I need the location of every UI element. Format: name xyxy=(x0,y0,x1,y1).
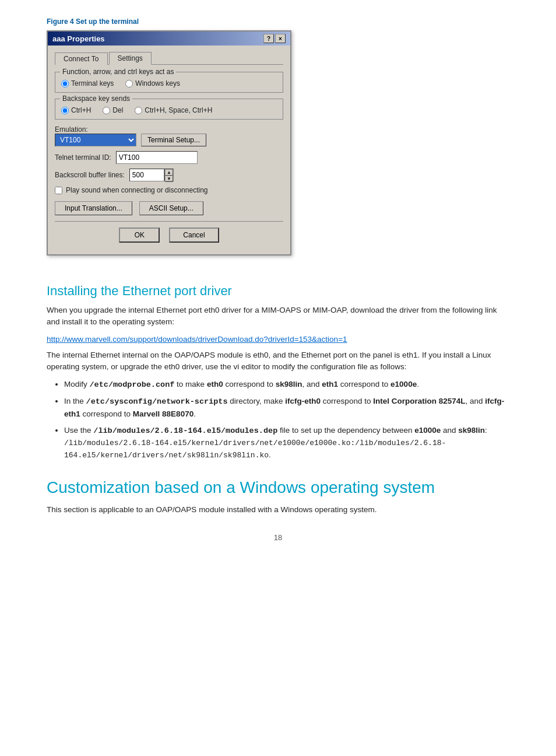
del-label: Del xyxy=(112,106,123,114)
ctrl-h-radio[interactable] xyxy=(61,107,69,114)
emulation-label: Emulation: xyxy=(55,125,283,134)
input-translation-button[interactable]: Input Translation... xyxy=(55,201,132,215)
function-keys-radio-row: Terminal keys Windows keys xyxy=(61,79,277,88)
section2-heading: Customization based on a Windows operati… xyxy=(47,478,509,497)
dialog-window: aaa Properties ? × Connect To Settings F… xyxy=(47,30,291,256)
ctrl-h-space-label: Ctrl+H, Space, Ctrl+H xyxy=(145,106,212,114)
cancel-button[interactable]: Cancel xyxy=(169,228,219,243)
help-button[interactable]: ? xyxy=(263,34,274,43)
terminal-keys-radio[interactable] xyxy=(61,80,69,88)
spinner-arrows: ▲ ▼ xyxy=(164,169,174,181)
backscroll-input[interactable] xyxy=(129,169,164,181)
windows-keys-radio[interactable] xyxy=(125,80,133,88)
titlebar-buttons: ? × xyxy=(263,34,286,43)
figure-caption: Figure 4 Set up the terminal xyxy=(47,18,509,26)
terminal-setup-button[interactable]: Terminal Setup... xyxy=(141,134,206,146)
bold-eth0: eth0 xyxy=(207,380,223,388)
dialog-body: Connect To Settings Function, arrow, and… xyxy=(48,46,290,254)
ctrl-h-label: Ctrl+H xyxy=(71,106,91,114)
close-button[interactable]: × xyxy=(275,34,286,43)
bold-eth1: eth1 xyxy=(322,380,338,388)
backscroll-label: Backscroll buffer lines: xyxy=(55,171,125,179)
ctrl-h-space-option[interactable]: Ctrl+H, Space, Ctrl+H xyxy=(135,106,212,114)
windows-keys-option[interactable]: Windows keys xyxy=(125,79,180,88)
telnet-id-input[interactable] xyxy=(116,151,198,164)
section1-para2: The internal Ethernet internal on the OA… xyxy=(47,349,509,373)
code-sysconfig: /etc/sysconfig/network-scripts xyxy=(86,397,228,406)
spinner-down-button[interactable]: ▼ xyxy=(165,176,173,182)
bold-ifcfg-eth0: ifcfg-eth0 xyxy=(285,397,321,405)
function-keys-group: Function, arrow, and ctrl keys act as Te… xyxy=(55,72,283,93)
section2-para1: This section is applicable to an OAP/OAP… xyxy=(47,504,509,516)
terminal-keys-option[interactable]: Terminal keys xyxy=(61,79,114,88)
play-sound-label: Play sound when connecting or disconnect… xyxy=(66,186,208,194)
list-item: Modify /etc/modprobe.conf to make eth0 c… xyxy=(64,379,509,391)
backspace-label: Backspace key sends xyxy=(60,94,132,103)
ok-cancel-row: OK Cancel xyxy=(55,221,283,246)
backscroll-row: Backscroll buffer lines: ▲ ▼ xyxy=(55,169,283,181)
bold-e1000e: e1000e xyxy=(390,380,417,388)
tab-connect-to[interactable]: Connect To xyxy=(55,52,108,65)
backspace-group: Backspace key sends Ctrl+H Del Ctrl+H, S… xyxy=(55,99,283,120)
emulation-row: VT100 Terminal Setup... xyxy=(55,134,283,146)
ok-button[interactable]: OK xyxy=(119,228,160,243)
list-item: In the /etc/sysconfig/network-scripts di… xyxy=(64,396,509,420)
ascii-setup-button[interactable]: ASCII Setup... xyxy=(139,201,203,215)
telnet-id-label: Telnet terminal ID: xyxy=(55,153,111,162)
middle-button-row: Input Translation... ASCII Setup... xyxy=(55,201,283,215)
emulation-select[interactable]: VT100 xyxy=(55,134,136,146)
ctrl-h-space-radio[interactable] xyxy=(135,107,142,114)
del-radio[interactable] xyxy=(103,107,110,114)
dialog-title: aaa Properties xyxy=(52,34,105,43)
function-keys-label: Function, arrow, and ctrl keys act as xyxy=(60,68,176,76)
bullet-list: Modify /etc/modprobe.conf to make eth0 c… xyxy=(64,379,509,461)
list-item: Use the /lib/modules/2.6.18-164.el5/modu… xyxy=(64,425,509,461)
mono-path: /lib/modules/2.6.18-164.el5/kernel/drive… xyxy=(64,439,446,460)
code-modprobe: /etc/modprobe.conf xyxy=(90,380,175,389)
backscroll-spinner: ▲ ▼ xyxy=(129,169,174,181)
marvell-link[interactable]: http://www.marvell.com/support/downloads… xyxy=(47,335,347,344)
backspace-radio-row: Ctrl+H Del Ctrl+H, Space, Ctrl+H xyxy=(61,106,277,114)
ctrl-h-option[interactable]: Ctrl+H xyxy=(61,106,91,114)
bold-e1000e-2: e1000e xyxy=(414,426,441,435)
del-option[interactable]: Del xyxy=(103,106,123,114)
bold-sk98lin: sk98lin xyxy=(276,380,302,388)
play-sound-checkbox[interactable] xyxy=(55,187,62,194)
play-sound-row: Play sound when connecting or disconnect… xyxy=(55,186,283,194)
page-number: 18 xyxy=(47,533,509,542)
bold-marvell: Marvell 88E8070 xyxy=(133,410,193,418)
section1-para1: When you upgrade the internal Ethernet p… xyxy=(47,304,509,328)
spinner-up-button[interactable]: ▲ xyxy=(165,169,173,176)
tab-settings[interactable]: Settings xyxy=(109,52,152,65)
bold-intel: Intel Corporation 82574L xyxy=(373,397,465,405)
bold-sk98lin-2: sk98lin xyxy=(458,426,485,435)
tab-row: Connect To Settings xyxy=(55,51,283,65)
section1-heading: Installing the Ethernet port driver xyxy=(47,284,509,299)
windows-keys-label: Windows keys xyxy=(135,79,180,88)
dialog-titlebar: aaa Properties ? × xyxy=(48,32,290,46)
terminal-keys-label: Terminal keys xyxy=(71,79,114,88)
code-modules-dep: /lib/modules/2.6.18-164.el5/modules.dep xyxy=(93,426,277,435)
telnet-id-row: Telnet terminal ID: xyxy=(55,151,283,164)
